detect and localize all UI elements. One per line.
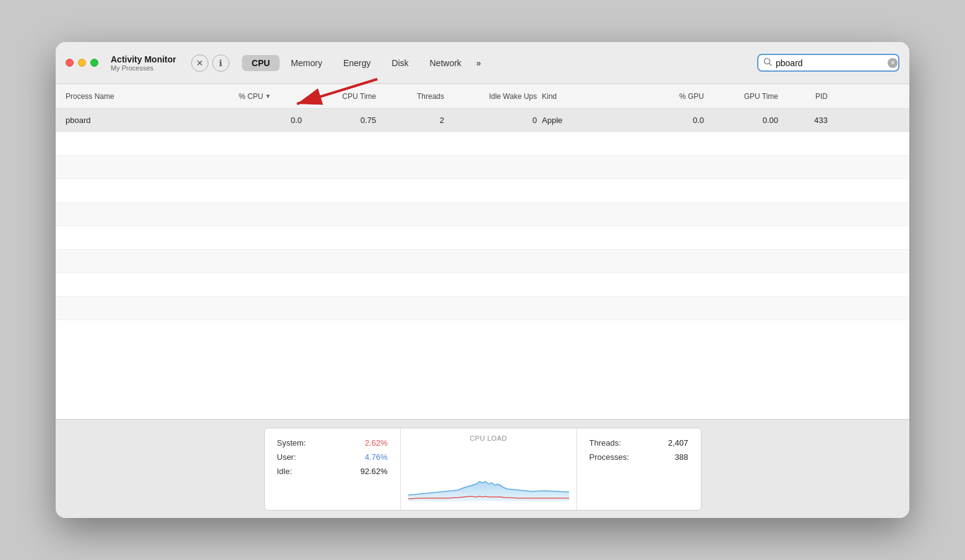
titlebar: Activity Monitor My Processes ✕ ℹ CPU Me… xyxy=(56,42,909,84)
tab-disk[interactable]: Disk xyxy=(382,55,418,71)
processes-value: 388 xyxy=(675,452,688,462)
processes-stat-row: Processes: 388 xyxy=(590,452,688,462)
col-header-pid[interactable]: PID xyxy=(781,92,830,101)
cpu-load-title: CPU LOAD xyxy=(408,435,569,442)
threads-label: Threads: xyxy=(590,438,621,448)
table-row-empty-4 xyxy=(56,203,909,226)
toolbar-icons: ✕ ℹ xyxy=(191,54,229,72)
search-input[interactable] xyxy=(776,58,884,68)
cell-kind: Apple xyxy=(539,116,638,125)
table-row-empty-2 xyxy=(56,156,909,179)
more-tabs-button[interactable]: » xyxy=(473,56,485,70)
tab-group: CPU Memory Energy Disk Network » xyxy=(242,55,485,71)
minimize-button[interactable] xyxy=(78,59,86,67)
cpu-load-panel: CPU LOAD xyxy=(401,428,577,510)
info-icon: ℹ xyxy=(219,58,222,68)
system-value: 2.62% xyxy=(365,438,388,448)
tab-memory[interactable]: Memory xyxy=(281,55,332,71)
col-header-process-name[interactable]: Process Name xyxy=(63,92,236,101)
threads-value: 2,407 xyxy=(668,438,688,448)
table-area: Process Name % CPU ▼ CPU Time Threads Id… xyxy=(56,84,909,419)
table-row[interactable]: pboard 0.0 0.75 2 0 Apple 0.0 0.00 433 xyxy=(56,109,909,132)
maximize-button[interactable] xyxy=(90,59,98,67)
cell-gpu: 0.0 xyxy=(638,116,706,125)
col-header-kind[interactable]: Kind xyxy=(539,92,638,101)
search-icon xyxy=(763,57,772,68)
app-title-sub: My Processes xyxy=(111,64,176,72)
col-header-gpu-time[interactable]: GPU Time xyxy=(706,92,781,101)
col-header-cpu-time[interactable]: CPU Time xyxy=(304,92,379,101)
processes-label: Processes: xyxy=(590,452,629,462)
cell-process-name: pboard xyxy=(63,116,236,125)
tab-cpu[interactable]: CPU xyxy=(242,55,280,71)
sort-arrow-icon: ▼ xyxy=(265,93,271,100)
search-box[interactable]: ✕ xyxy=(757,54,899,72)
x-circle-icon: ✕ xyxy=(196,58,204,68)
bottom-area: System: 2.62% User: 4.76% Idle: 92.62% C… xyxy=(56,419,909,518)
cell-cpu: 0.0 xyxy=(236,116,304,125)
idle-value: 92.62% xyxy=(360,467,387,476)
tab-network[interactable]: Network xyxy=(420,55,471,71)
cell-pid: 433 xyxy=(781,116,830,125)
stats-panel: System: 2.62% User: 4.76% Idle: 92.62% C… xyxy=(264,428,701,511)
traffic-lights xyxy=(66,59,98,67)
svg-line-1 xyxy=(770,64,772,66)
threads-stat-row: Threads: 2,407 xyxy=(590,438,688,448)
tab-energy[interactable]: Energy xyxy=(333,55,380,71)
table-row-empty-6 xyxy=(56,250,909,273)
user-stat-row: User: 4.76% xyxy=(277,452,388,462)
cpu-chart xyxy=(408,446,569,504)
user-label: User: xyxy=(277,452,296,462)
clear-icon: ✕ xyxy=(890,59,895,66)
stats-left: System: 2.62% User: 4.76% Idle: 92.62% xyxy=(265,428,401,510)
col-header-gpu[interactable]: % GPU xyxy=(638,92,706,101)
table-row-empty-7 xyxy=(56,273,909,297)
user-value: 4.76% xyxy=(365,452,388,462)
col-header-cpu[interactable]: % CPU ▼ xyxy=(236,92,304,101)
table-row-empty-5 xyxy=(56,226,909,250)
system-stat-row: System: 2.62% xyxy=(277,438,388,448)
info-icon-button[interactable]: ℹ xyxy=(212,54,229,72)
cell-cpu-time: 0.75 xyxy=(304,116,379,125)
table-row-empty-8 xyxy=(56,297,909,320)
cell-threads: 2 xyxy=(379,116,447,125)
idle-label: Idle: xyxy=(277,467,293,476)
idle-stat-row: Idle: 92.62% xyxy=(277,467,388,476)
cpu-chart-svg xyxy=(408,446,569,501)
app-title: Activity Monitor My Processes xyxy=(111,54,176,72)
table-row-empty-3 xyxy=(56,179,909,203)
close-button[interactable] xyxy=(66,59,74,67)
close-icon-button[interactable]: ✕ xyxy=(191,54,208,72)
search-clear-button[interactable]: ✕ xyxy=(888,58,898,68)
cell-gpu-time: 0.00 xyxy=(706,116,781,125)
app-title-main: Activity Monitor xyxy=(111,54,176,64)
stats-right: Threads: 2,407 Processes: 388 xyxy=(577,428,701,510)
col-header-threads[interactable]: Threads xyxy=(379,92,447,101)
table-header: Process Name % CPU ▼ CPU Time Threads Id… xyxy=(56,84,909,109)
system-label: System: xyxy=(277,438,306,448)
cell-idle-wake-ups: 0 xyxy=(447,116,539,125)
table-row-empty-1 xyxy=(56,132,909,156)
col-header-idle-wake-ups[interactable]: Idle Wake Ups xyxy=(447,92,539,101)
